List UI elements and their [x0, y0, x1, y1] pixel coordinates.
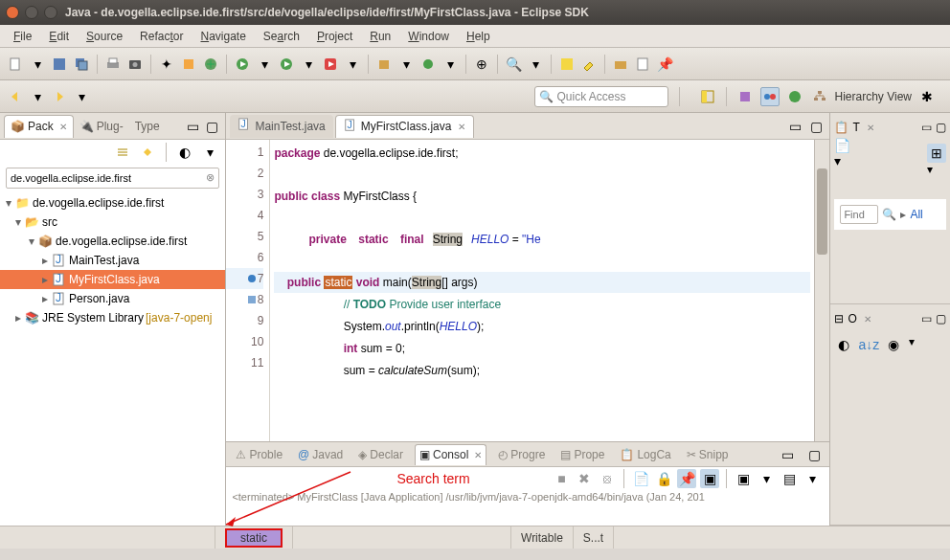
- menu-search[interactable]: Search: [256, 28, 307, 45]
- team-persp-icon[interactable]: [785, 87, 804, 106]
- remove-all-icon[interactable]: ⦻: [598, 469, 617, 488]
- vertical-scrollbar[interactable]: [814, 140, 829, 441]
- highlighter-icon[interactable]: [579, 55, 599, 74]
- sort-icon[interactable]: a↓z: [859, 335, 878, 354]
- tab-properties[interactable]: ▤Prope: [556, 444, 608, 465]
- menu-window[interactable]: Window: [400, 28, 457, 45]
- dropdown-icon[interactable]: ▾: [526, 55, 545, 74]
- back-icon[interactable]: [6, 87, 25, 106]
- maximize-window-button[interactable]: [44, 6, 57, 19]
- tree-jre[interactable]: ▸📚JRE System Library [java-7-openj: [0, 308, 225, 327]
- console-output[interactable]: <terminated> MyFirstClass [Java Applicat…: [226, 490, 829, 526]
- dropdown-icon[interactable]: ▾: [28, 87, 47, 106]
- tab-snippets[interactable]: ✂Snipp: [683, 444, 733, 465]
- dropdown-icon[interactable]: ▾: [343, 55, 362, 74]
- view-menu-icon[interactable]: ▾: [927, 163, 933, 176]
- view-menu-icon[interactable]: ▾: [200, 143, 219, 162]
- debug-persp-icon[interactable]: ✱: [917, 87, 937, 106]
- view-menu-icon[interactable]: ▾: [909, 335, 915, 354]
- perspective-label[interactable]: Hierarchy View: [835, 90, 912, 103]
- tab-logcat[interactable]: 📋LogCa: [616, 444, 674, 465]
- new-console-icon[interactable]: ▤: [780, 469, 799, 488]
- dropdown-icon[interactable]: ▾: [72, 87, 91, 106]
- maximize-view-icon[interactable]: ▢: [202, 117, 221, 136]
- menu-help[interactable]: Help: [459, 28, 498, 45]
- minimize-editor-icon[interactable]: ▭: [785, 117, 804, 136]
- collapse-all-icon[interactable]: [113, 143, 132, 162]
- link-editor-icon[interactable]: [138, 143, 157, 162]
- terminate-icon[interactable]: ■: [552, 469, 571, 488]
- dropdown-icon[interactable]: ▾: [757, 469, 776, 488]
- close-window-button[interactable]: [6, 6, 19, 19]
- search-icon[interactable]: 🔍: [882, 208, 896, 221]
- package-explorer-tree[interactable]: ▾📁de.vogella.eclipse.ide.first ▾📂src ▾📦d…: [0, 191, 225, 526]
- tab-javadoc[interactable]: @ Javad: [294, 444, 347, 465]
- tab-plugins[interactable]: 🔌Plug-: [74, 115, 129, 138]
- code-editor[interactable]: 123456 7 8 91011 package de.vogella.ecli…: [226, 140, 829, 441]
- maximize-view-icon[interactable]: ▢: [936, 121, 946, 134]
- maximize-view-icon[interactable]: ▢: [936, 312, 946, 325]
- open-type-icon[interactable]: ⊕: [472, 55, 491, 74]
- pin-console-icon[interactable]: 📌: [677, 469, 696, 488]
- editor-tab-maintest[interactable]: JMainTest.java: [230, 115, 332, 138]
- menu-file[interactable]: File: [6, 28, 39, 45]
- clear-console-icon[interactable]: 📄: [631, 469, 650, 488]
- display-console-icon[interactable]: ▣: [700, 469, 719, 488]
- java-persp-icon[interactable]: [760, 87, 780, 106]
- close-icon[interactable]: ✕: [867, 123, 874, 133]
- scroll-lock-icon[interactable]: 🔒: [654, 469, 673, 488]
- tab-problems[interactable]: ⚠Proble: [232, 444, 286, 465]
- new-class-icon[interactable]: [418, 55, 438, 74]
- maximize-view-icon[interactable]: ▢: [804, 445, 824, 464]
- tree-project[interactable]: ▾📁de.vogella.eclipse.ide.first: [0, 193, 225, 213]
- editor-tab-myfirstclass[interactable]: JMyFirstClass.java✕: [335, 115, 475, 138]
- tree-file-maintest[interactable]: ▸JMainTest.java: [0, 251, 225, 270]
- hierarchy-persp-icon[interactable]: [810, 87, 829, 106]
- tab-declaration[interactable]: ◈Declar: [354, 444, 407, 465]
- filter-input[interactable]: [6, 168, 219, 189]
- all-link[interactable]: All: [910, 208, 922, 221]
- clear-filter-icon[interactable]: ⊗: [206, 171, 215, 184]
- focus-icon[interactable]: ◐: [834, 335, 853, 354]
- tree-file-person[interactable]: ▸JPerson.java: [0, 289, 225, 308]
- menu-navigate[interactable]: Navigate: [192, 28, 253, 45]
- run-debug-icon[interactable]: [233, 55, 252, 74]
- focus-task-icon[interactable]: ◐: [175, 143, 194, 162]
- tab-outline[interactable]: O: [848, 312, 856, 325]
- dropdown-icon[interactable]: ▾: [299, 55, 318, 74]
- new-icon[interactable]: [6, 55, 25, 74]
- wand-icon[interactable]: ✦: [157, 55, 176, 74]
- menu-run[interactable]: Run: [362, 28, 398, 45]
- tree-file-myfirstclass[interactable]: ▸JMyFirstClass.java: [0, 270, 225, 289]
- menu-source[interactable]: Source: [79, 28, 130, 45]
- dropdown-icon[interactable]: ▾: [28, 55, 47, 74]
- folder-icon[interactable]: [611, 55, 630, 74]
- menu-refactor[interactable]: Refactor: [132, 28, 191, 45]
- quick-access-input[interactable]: 🔍 Quick Access: [534, 86, 668, 107]
- close-icon[interactable]: ✕: [864, 314, 871, 325]
- plugin-persp-icon[interactable]: [735, 87, 755, 106]
- tab-tasks[interactable]: T: [852, 121, 859, 134]
- print-icon[interactable]: [103, 55, 123, 74]
- menu-project[interactable]: Project: [309, 28, 360, 45]
- tab-type-hierarchy[interactable]: Type: [129, 115, 166, 138]
- tree-src[interactable]: ▾📂src: [0, 213, 225, 232]
- pin-icon[interactable]: 📌: [655, 55, 674, 74]
- minimize-view-icon[interactable]: ▭: [183, 117, 202, 136]
- minimize-window-button[interactable]: [25, 6, 38, 19]
- task-icon[interactable]: [633, 55, 652, 74]
- new-package-icon[interactable]: [374, 55, 394, 74]
- open-console-icon[interactable]: ▣: [734, 469, 753, 488]
- run-ext-icon[interactable]: [321, 55, 340, 74]
- forward-icon[interactable]: [50, 87, 69, 106]
- dropdown-icon[interactable]: ▾: [803, 469, 822, 488]
- minimize-view-icon[interactable]: ▭: [921, 121, 932, 134]
- close-icon[interactable]: ✕: [474, 450, 482, 460]
- hide-fields-icon[interactable]: ◉: [884, 335, 903, 354]
- tab-console[interactable]: ▣Consol✕: [415, 444, 486, 465]
- debug-icon[interactable]: [201, 55, 220, 74]
- save-icon[interactable]: [50, 55, 69, 74]
- dropdown-icon[interactable]: ▾: [255, 55, 274, 74]
- menu-edit[interactable]: Edit: [41, 28, 77, 45]
- search-icon[interactable]: 🔍: [504, 55, 523, 74]
